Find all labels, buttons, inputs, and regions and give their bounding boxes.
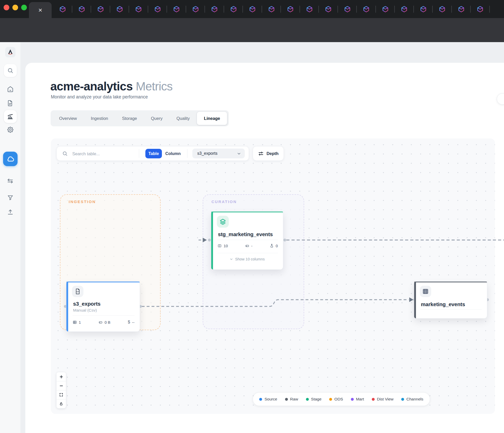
browser-tab[interactable] <box>452 0 471 18</box>
stage-icon-tile <box>217 216 229 228</box>
legend-item-dist-view[interactable]: Dist View <box>372 397 393 401</box>
browser-tab[interactable] <box>91 0 110 18</box>
browser-tab[interactable] <box>395 0 414 18</box>
node-title: stg_marketing_events <box>218 231 273 237</box>
table-select-value: s3_exports <box>197 151 217 156</box>
node-divider <box>73 315 135 316</box>
search-table-input[interactable] <box>72 149 136 159</box>
table-icon-tile <box>420 286 431 297</box>
cube-logo-icon <box>306 6 313 13</box>
sidebar-item-filters[interactable] <box>6 194 14 202</box>
cloud-icon <box>6 155 14 163</box>
sidebar-item-settings[interactable] <box>6 126 14 134</box>
tab-close-icon[interactable]: × <box>38 7 42 13</box>
legend-label: Raw <box>290 397 298 401</box>
node-marketing-events[interactable]: marketing_events <box>414 281 487 319</box>
browser-tab[interactable] <box>319 0 338 18</box>
mode-column-button[interactable]: Column <box>164 149 182 158</box>
cube-logo-icon <box>458 6 465 13</box>
zoom-out-button[interactable] <box>57 381 66 390</box>
node-title: s3_exports <box>73 301 100 307</box>
browser-tab[interactable] <box>72 0 91 18</box>
browser-tab[interactable] <box>471 0 490 18</box>
show-columns-toggle[interactable]: Show 10 columns <box>211 257 283 261</box>
legend-dot <box>306 398 309 401</box>
browser-tab[interactable] <box>414 0 433 18</box>
legend-item-channels[interactable]: Channels <box>401 397 423 401</box>
stat-storage: - <box>245 244 253 248</box>
sidebar-item-metrics[interactable] <box>4 110 17 123</box>
sidebar-item-documents[interactable] <box>6 99 14 107</box>
stat-value: - <box>251 244 253 248</box>
legend-item-stage[interactable]: Stage <box>306 397 322 401</box>
cube-logo-icon <box>363 6 370 13</box>
zoom-in-button[interactable] <box>57 372 66 381</box>
browser-tab[interactable] <box>224 0 243 18</box>
page-subtitle: Monitor and analyze your data lake perfo… <box>51 94 148 100</box>
search-icon <box>7 67 14 74</box>
legend-item-raw[interactable]: Raw <box>285 397 298 401</box>
tab-lineage[interactable]: Lineage <box>197 112 227 125</box>
edge-arrowhead <box>409 297 413 302</box>
group-curation-label: CURATION <box>211 199 237 204</box>
fullscreen-icon <box>59 393 63 397</box>
fit-view-button[interactable] <box>57 390 66 399</box>
lineage-canvas[interactable]: INGESTION CURATION T <box>51 138 495 414</box>
browser-tab[interactable] <box>186 0 205 18</box>
tab-quality[interactable]: Quality <box>169 112 196 125</box>
tab-query[interactable]: Query <box>144 112 170 125</box>
browser-tab[interactable] <box>281 0 300 18</box>
sidebar-item-home[interactable] <box>6 85 14 93</box>
sidebar-item-upload[interactable] <box>6 208 14 216</box>
browser-tab[interactable] <box>376 0 395 18</box>
node-title: marketing_events <box>421 301 465 307</box>
legend-item-ods[interactable]: ODS <box>329 397 343 401</box>
tab-overview[interactable]: Overview <box>52 112 84 125</box>
legend-dot <box>372 398 375 401</box>
browser-tab[interactable] <box>110 0 129 18</box>
browser-tab[interactable] <box>129 0 148 18</box>
collapsed-side-button[interactable] <box>497 93 504 105</box>
legend-label: Channels <box>406 397 423 401</box>
node-s3-exports[interactable]: CSV s3_exports Manual (Csv) 1 0 B $ -- <box>66 281 140 332</box>
sidebar-item-datalake-active[interactable] <box>3 152 18 166</box>
tab-ingestion[interactable]: Ingestion <box>84 112 115 125</box>
node-stg-marketing-events[interactable]: stg_marketing_events 10 - 0 Sho <box>211 211 283 270</box>
browser-tab[interactable] <box>433 0 452 18</box>
sidebar-item-search[interactable] <box>4 64 17 77</box>
browser-tab[interactable] <box>300 0 319 18</box>
mode-table-button[interactable]: Table <box>145 149 162 158</box>
browser-tab[interactable] <box>262 0 281 18</box>
canvas-zoom-panel <box>56 372 66 408</box>
depth-button[interactable]: Depth <box>253 146 284 161</box>
browser-tab[interactable] <box>243 0 262 18</box>
flask-icon <box>270 244 274 248</box>
table-select[interactable]: s3_exports <box>192 149 245 158</box>
legend-dot <box>401 398 404 401</box>
sliders-icon <box>258 151 264 157</box>
autolake-logo-icon <box>7 49 14 56</box>
lock-button[interactable] <box>57 399 66 408</box>
browser-tab[interactable] <box>205 0 224 18</box>
page-title-secondary: Metrics <box>136 80 173 93</box>
window-zoom-button[interactable] <box>21 5 27 10</box>
app-logo[interactable] <box>5 47 15 57</box>
window-minimize-button[interactable] <box>12 5 18 10</box>
browser-tab[interactable] <box>53 0 72 18</box>
browser-tab[interactable] <box>148 0 167 18</box>
browser-tab[interactable] <box>357 0 376 18</box>
browser-active-tab[interactable]: × <box>29 2 52 18</box>
page-title: acme-analytics Metrics <box>50 79 172 93</box>
cube-logo-icon <box>192 6 199 13</box>
sidebar-item-transfers[interactable] <box>6 177 14 185</box>
stat-value: 0 B <box>105 320 111 324</box>
legend-label: ODS <box>334 397 343 401</box>
cube-logo-icon <box>420 6 427 13</box>
browser-tab[interactable] <box>167 0 186 18</box>
window-close-button[interactable] <box>4 5 9 10</box>
legend-item-mart[interactable]: Mart <box>351 397 364 401</box>
cube-logo-icon <box>344 6 351 13</box>
browser-tab[interactable] <box>338 0 357 18</box>
legend-item-source[interactable]: Source <box>259 397 277 401</box>
tab-storage[interactable]: Storage <box>115 112 144 125</box>
